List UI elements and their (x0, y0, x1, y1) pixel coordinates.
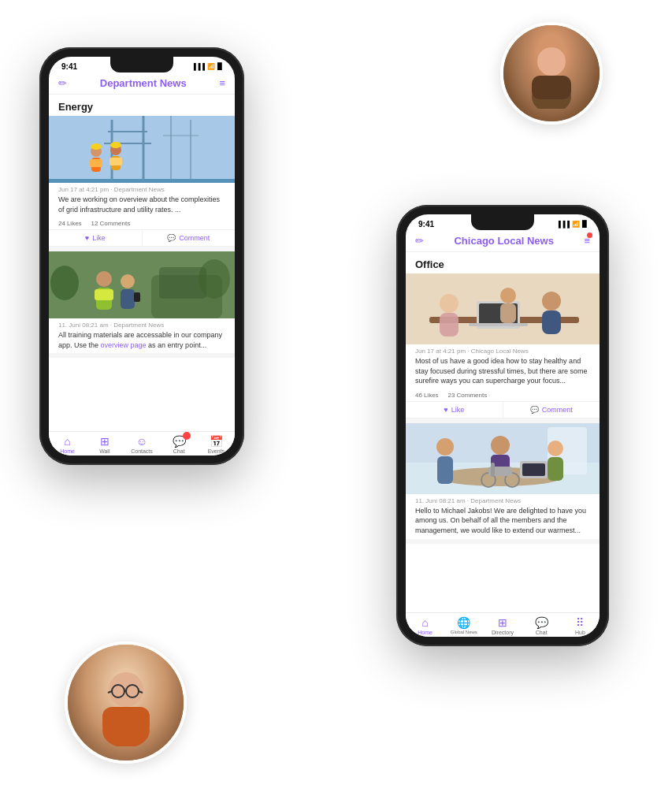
post-meta-energy: Jun 17 at 4:21 pm · Department News (49, 183, 235, 195)
wall-icon-left: ⊞ (100, 435, 110, 448)
nav-wall-label-left: Wall (99, 448, 110, 454)
comment-label-energy: Comment (179, 234, 210, 242)
nav-home-left[interactable]: ⌂ Home (49, 435, 86, 454)
likes-count-office: 46 (415, 392, 422, 399)
post-text-field: All training materials are accessable in… (49, 330, 235, 353)
hub-icon-right: ⠿ (576, 616, 584, 629)
comment-btn-energy[interactable]: 💬 Comment (143, 230, 236, 246)
header-title-left: Department News (100, 77, 187, 89)
nav-globalnews-label-right: Global News (451, 630, 477, 634)
menu-icon-left[interactable]: ≡ (219, 77, 225, 89)
profile-circle-top-right (500, 22, 603, 125)
comments-label-energy: Comments (100, 220, 131, 227)
comment-btn-office[interactable]: 💬 Comment (503, 402, 600, 418)
like-btn-energy[interactable]: ♥ Like (49, 230, 142, 246)
svg-point-45 (542, 292, 561, 311)
comment-bubble-icon: 💬 (167, 234, 176, 242)
post-meta-field: 11. Juni 08:21 am · Department News (49, 318, 235, 330)
phone-right-screen: 9:41 ▐▐▐ 📶 ▉ ✏ Chicago Local News ≡ Offi… (406, 214, 600, 637)
office-image (406, 273, 600, 344)
battery-icon-right: ▉ (582, 221, 587, 228)
like-heart-icon-right: ♥ (444, 406, 447, 414)
events-icon-left: 📅 (210, 435, 223, 448)
svg-rect-60 (491, 463, 495, 477)
post-energy: Energy (49, 95, 235, 251)
nav-contacts-left[interactable]: ☺ Contacts (123, 435, 160, 454)
nav-events-left[interactable]: 📅 Events (198, 435, 235, 454)
content-left: Energy (49, 95, 235, 431)
overview-link[interactable]: overview page (101, 341, 147, 349)
svg-point-61 (548, 441, 563, 456)
nav-hub-right[interactable]: ⠿ Hub (561, 616, 600, 635)
nav-directory-label-right: Directory (492, 630, 514, 635)
app-header-right: ✏ Chicago Local News ≡ (406, 232, 600, 252)
bottom-nav-left: ⌂ Home ⊞ Wall ☺ Contacts 💬 Chat 📅 Event (49, 431, 235, 456)
wifi-icon-right: 📶 (572, 221, 580, 228)
comments-count-energy: 12 (91, 220, 98, 227)
svg-point-43 (440, 294, 459, 313)
nav-wall-left[interactable]: ⊞ Wall (86, 435, 123, 454)
app-header-left: ✏ Department News ≡ (49, 74, 235, 95)
action-row-office: ♥ Like 💬 Comment (406, 401, 600, 418)
time-right: 9:41 (418, 220, 434, 229)
post-text-energy: We are working on overview about the com… (49, 195, 235, 218)
stats-energy: 24 Likes 12 Comments (49, 218, 235, 229)
content-right: Office (406, 252, 600, 612)
bottom-nav-right: ⌂ Home 🌐 Global News ⊞ Directory 💬 Chat … (406, 612, 600, 637)
post-meta-office: Jun 17 at 4:21 pm · Chicago Local News (406, 344, 600, 356)
likes-office: 46 Likes (415, 392, 439, 399)
svg-rect-64 (522, 463, 545, 476)
field-image (49, 251, 235, 318)
svg-rect-48 (500, 303, 516, 323)
svg-point-30 (96, 271, 112, 287)
svg-point-37 (199, 259, 230, 299)
menu-icon-right[interactable]: ≡ (584, 235, 590, 247)
svg-rect-2 (532, 76, 571, 99)
edit-icon-right[interactable]: ✏ (415, 235, 424, 247)
svg-point-53 (436, 438, 454, 456)
person-bottom-icon (83, 660, 169, 746)
svg-rect-10 (102, 707, 150, 734)
nav-chat-left[interactable]: 💬 Chat (161, 435, 198, 454)
svg-rect-54 (437, 456, 453, 484)
nav-chat-right[interactable]: 💬 Chat (522, 616, 561, 635)
chat-icon-left: 💬 (173, 435, 186, 448)
comments-count-office: 23 (448, 392, 455, 399)
post-meeting: 11. Juni 08:21 am · Department News Hell… (406, 423, 600, 544)
nav-hub-label-right: Hub (575, 630, 585, 635)
svg-rect-34 (121, 289, 135, 309)
category-office: Office (406, 252, 600, 273)
likes-energy: 24 Likes (58, 220, 82, 227)
wifi-icon-left: 📶 (207, 63, 215, 70)
like-btn-office[interactable]: ♥ Like (406, 402, 503, 418)
contacts-icon-left: ☺ (136, 435, 147, 448)
svg-point-33 (121, 274, 135, 288)
chat-badge-left (183, 432, 191, 440)
nav-globalnews-right[interactable]: 🌐 Global News (444, 616, 483, 635)
battery-icon-left: ▉ (217, 63, 222, 70)
svg-point-22 (91, 143, 102, 150)
chat-icon-right: 💬 (535, 616, 548, 629)
svg-point-55 (491, 436, 510, 455)
like-label-office: Like (451, 406, 465, 414)
profile-circle-bottom-left (65, 642, 187, 764)
svg-rect-44 (440, 313, 459, 337)
nav-home-right[interactable]: ⌂ Home (406, 616, 444, 635)
home-icon-left: ⌂ (64, 435, 70, 448)
notch-right (471, 214, 534, 230)
energy-image (49, 116, 235, 183)
comments-office: 23 Comments (448, 392, 488, 399)
meeting-scene-svg (406, 423, 600, 494)
svg-rect-35 (134, 292, 140, 302)
time-left: 9:41 (61, 62, 77, 71)
svg-point-36 (50, 266, 79, 300)
phone-right: 9:41 ▐▐▐ 📶 ▉ ✏ Chicago Local News ≡ Offi… (396, 205, 609, 646)
nav-directory-right[interactable]: ⊞ Directory (483, 616, 522, 635)
edit-icon-left[interactable]: ✏ (58, 77, 67, 89)
signal-icon-left: ▐▐▐ (191, 63, 205, 70)
comments-label-office: Comments (457, 392, 488, 399)
phone-left: 9:41 ▐▐▐ 📶 ▉ ✏ Department News ≡ Energy (39, 47, 244, 465)
header-title-right: Chicago Local News (454, 235, 553, 247)
nav-home-label-left: Home (60, 448, 75, 454)
action-row-energy: ♥ Like 💬 Comment (49, 229, 235, 247)
